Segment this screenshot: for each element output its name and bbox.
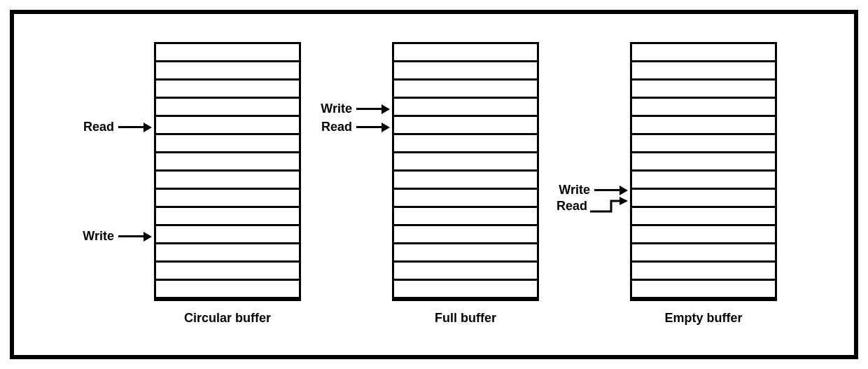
buffer-stack: Write Read [630,42,777,301]
buffer-cell [394,190,537,208]
buffer-cell [394,281,537,299]
diagram-caption: Circular buffer [154,311,301,326]
buffer-cell [632,190,775,208]
pointer-label: Read [556,199,587,214]
diagram-full: Write Read Full buffer [392,42,539,326]
diagram-circular: Read Write Circular buffer [154,42,301,326]
read-pointer-joined: Read [556,197,628,215]
buffer-cell [156,62,299,81]
buffer-cell [394,62,537,81]
buffer-cell [156,99,299,117]
buffer-cell [156,190,299,208]
buffer-stack: Write Read [392,42,539,301]
buffer-cell [156,117,299,135]
buffer-cell [156,172,299,190]
read-pointer: Read [83,120,152,134]
arrow-elbow-icon [590,197,628,215]
buffer-cell [156,281,299,299]
buffer-cell [394,135,537,153]
buffer-cell [632,62,775,81]
buffer-cell [632,208,775,226]
buffer-cell [394,226,537,244]
buffer-cell [632,135,775,153]
buffer-cell [632,172,775,190]
buffer-cell [394,244,537,263]
buffer-cell [632,244,775,263]
buffer-cell [632,81,775,99]
arrow-icon [356,123,390,132]
diagram-caption: Empty buffer [630,311,777,326]
buffer-cell [394,208,537,226]
pointer-label: Write [559,183,590,197]
buffer-cell [394,153,537,172]
diagram-page: Read Write Circular buffer [0,0,868,369]
write-pointer: Write [83,229,152,244]
outer-frame: Read Write Circular buffer [10,10,858,359]
pointer-label: Write [321,102,352,116]
buffer-cell [156,263,299,281]
pointer-label: Read [83,120,114,134]
diagram-empty: Write Read Empty buffer [630,42,777,326]
diagram-caption: Full buffer [392,311,539,326]
arrow-icon [118,123,152,132]
buffer-stack: Read Write [154,42,301,301]
buffer-cell [632,263,775,281]
arrow-icon [118,232,152,242]
buffer-cell [632,153,775,172]
buffer-cell [156,226,299,244]
buffer-cell [632,281,775,299]
buffer-cell [394,81,537,99]
write-pointer: Write [321,102,390,116]
arrow-icon [356,104,390,114]
pointer-label: Write [83,229,114,244]
buffer-cell [632,226,775,244]
buffer-cell [632,117,775,135]
buffer-cell [156,81,299,99]
buffer-cell [156,244,299,263]
write-pointer: Write [559,183,628,197]
buffer-cell [632,99,775,117]
buffer-cell [156,135,299,153]
buffer-cell [394,44,537,62]
pointer-label: Read [321,120,352,134]
buffer-cell [156,208,299,226]
buffer-cell [394,172,537,190]
buffer-cell [156,153,299,172]
buffer-cell [156,44,299,62]
buffer-cell [394,263,537,281]
arrow-icon [594,186,628,195]
buffer-cell [394,117,537,135]
buffer-cell [394,99,537,117]
buffer-cell [632,44,775,62]
read-pointer: Read [321,120,390,134]
